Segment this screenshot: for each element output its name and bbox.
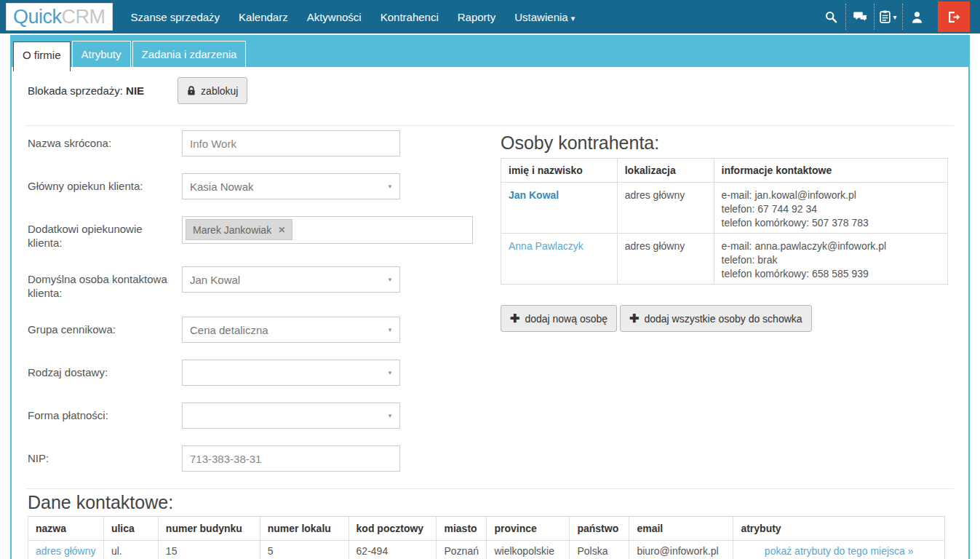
address-province: wielkopolskie (487, 541, 570, 559)
lock-icon (187, 85, 196, 96)
app-logo[interactable]: QuickCRM (6, 3, 113, 31)
domyslna-osoba-select[interactable]: Jan Kowal ▼ (182, 266, 400, 293)
persons-section: Osoby kontrahenta: imię i nazwisko lokal… (490, 126, 968, 472)
address-country: Polska (570, 541, 629, 559)
tab-content-panel: Blokada sprzedaży: NIE zablokuj Nazwa sk… (10, 67, 970, 559)
field-label: Główny opiekun klienta: (28, 173, 182, 199)
menu-item-szanse-sprzedazy[interactable]: Szanse sprzedaży (121, 1, 230, 33)
field-label: Forma płatności: (28, 403, 182, 429)
menu-item-aktywnosci[interactable]: Aktywności (298, 1, 371, 33)
form-row-nip: NIP: (28, 445, 490, 472)
chevron-down-icon: ▼ (387, 370, 393, 376)
lock-button-label: zablokuj (201, 85, 238, 97)
tab-o-firmie[interactable]: O firmie (13, 41, 71, 71)
clipboard-icon[interactable]: ▾ (874, 4, 902, 30)
table-row: adres główny ul. Nowa 15 5 62-494 Poznań… (28, 541, 945, 559)
menu-label: Aktywności (307, 11, 362, 23)
menu-label: Kalendarz (239, 11, 288, 23)
comments-icon[interactable] (845, 4, 874, 30)
table-header-row: imię i nazwisko lokalizacja informacje k… (501, 159, 948, 183)
search-icon[interactable] (817, 4, 845, 30)
column-header: państwo (570, 517, 629, 541)
persons-actions: ✚ dodaj nową osobę ✚ dodaj wszystkie oso… (501, 305, 968, 332)
column-header: imię i nazwisko (501, 159, 618, 183)
main-columns: Nazwa skrócona: Główny opiekun klienta: … (12, 126, 968, 472)
glowny-opiekun-select[interactable]: Kasia Nowak ▼ (182, 173, 400, 199)
logo-text-quick: Quick (13, 6, 62, 28)
tab-bar: O firmie Atrybuty Zadania i zdarzenia (10, 35, 970, 67)
persons-heading: Osoby kontrahenta: (501, 133, 968, 152)
address-name-link[interactable]: adres główny (36, 545, 96, 557)
tag-label: Marek Jankowiak (193, 224, 271, 236)
chevron-down-icon: ▼ (387, 413, 393, 419)
address-street: ul. Nowa (103, 541, 158, 559)
form-row-forma-platnosci: Forma płatności: ▼ (28, 403, 490, 429)
field-label: Dodatkowi opiekunowie klienta: (28, 216, 182, 250)
person-contact-info: e-mail: anna.pawlaczyk@infowork.pl telef… (714, 234, 948, 285)
column-header: numer budynku (158, 517, 260, 541)
column-header: ulica (103, 517, 158, 541)
column-header: informacje kontaktowe (714, 159, 948, 183)
field-label: Grupa cennikowa: (28, 317, 182, 343)
menu-label: Ustawienia (514, 11, 567, 23)
menu-item-raporty[interactable]: Raporty (448, 1, 506, 33)
contact-line: telefon: 67 744 92 34 (722, 202, 941, 216)
tab-label: O firmie (23, 49, 61, 61)
nazwa-skrocona-input[interactable] (182, 130, 400, 156)
person-name-link[interactable]: Anna Pawlaczyk (509, 240, 583, 252)
button-label: dodaj wszystkie osoby do schowka (644, 313, 802, 325)
top-navbar: QuickCRM Szanse sprzedaży Kalendarz Akty… (0, 0, 980, 33)
contact-line: telefon komórkowy: 658 585 939 (722, 267, 941, 281)
form-row-grupa-cennikowa: Grupa cennikowa: Cena detaliczna ▼ (28, 317, 490, 343)
column-header: kod pocztowy (348, 517, 437, 541)
menu-item-kalendarz[interactable]: Kalendarz (229, 1, 298, 33)
forma-platnosci-select[interactable]: ▼ (182, 403, 400, 429)
user-icon[interactable] (902, 4, 931, 30)
sales-lock-value: NIE (126, 84, 144, 97)
column-header: numer lokalu (260, 517, 348, 541)
contact-line: telefon komórkowy: 507 378 783 (722, 216, 941, 230)
tab-zadania-i-zdarzenia[interactable]: Zadania i zdarzenia (132, 41, 247, 67)
grupa-cennikowa-select[interactable]: Cena detaliczna ▼ (182, 317, 400, 343)
column-header: province (487, 517, 570, 541)
main-menu: Szanse sprzedaży Kalendarz Aktywności Ko… (121, 1, 585, 33)
column-header: lokalizacja (617, 159, 714, 183)
person-name-link[interactable]: Jan Kowal (509, 189, 559, 201)
remove-tag-icon[interactable]: ✕ (278, 225, 285, 235)
person-location: adres główny (617, 183, 714, 234)
add-all-persons-to-clipboard-button[interactable]: ✚ dodaj wszystkie osoby do schowka (620, 305, 812, 332)
chevron-down-icon: ▼ (387, 327, 393, 333)
table-row: Jan Kowal adres główny e-mail: jan.kowal… (501, 183, 948, 234)
form-row-rodzaj-dostawy: Rodzaj dostawy: ▼ (28, 360, 490, 386)
person-location: adres główny (617, 234, 714, 285)
menu-item-kontrahenci[interactable]: Kontrahenci (371, 1, 448, 33)
rodzaj-dostawy-select[interactable]: ▼ (182, 360, 400, 386)
column-header: atrybuty (733, 517, 945, 541)
show-attributes-link[interactable]: pokaż atrybuty do tego miejsca » (765, 545, 914, 557)
sales-lock-label: Blokada sprzedaży: (28, 84, 123, 97)
lock-button[interactable]: zablokuj (178, 77, 247, 104)
person-contact-info: e-mail: jan.kowal@infowork.pl telefon: 6… (714, 183, 948, 234)
section-divider (26, 488, 954, 489)
logout-icon (947, 11, 961, 23)
chevron-down-icon: ▼ (387, 183, 393, 190)
button-label: dodaj nową osobę (525, 313, 607, 325)
select-value: Jan Kowal (190, 274, 240, 286)
dodatkowi-opiekunowie-input[interactable]: Marek Jankowiak ✕ (182, 216, 473, 244)
persons-table: imię i nazwisko lokalizacja informacje k… (501, 158, 948, 285)
address-postal-code: 62-494 (348, 541, 437, 559)
column-header: nazwa (28, 517, 104, 541)
field-label: Rodzaj dostawy: (28, 360, 182, 386)
tab-atrybuty[interactable]: Atrybuty (72, 41, 131, 67)
menu-label: Kontrahenci (381, 11, 439, 23)
tag-chip: Marek Jankowiak ✕ (186, 219, 292, 240)
logout-button[interactable] (938, 1, 970, 32)
add-person-button[interactable]: ✚ dodaj nową osobę (501, 305, 617, 332)
nip-input[interactable] (182, 445, 400, 472)
column-header: email (629, 517, 733, 541)
field-label: NIP: (28, 445, 182, 472)
menu-item-ustawienia[interactable]: Ustawienia▾ (505, 1, 584, 33)
form-row-glowny-opiekun: Główny opiekun klienta: Kasia Nowak ▼ (28, 173, 490, 199)
tab-label: Zadania i zdarzenia (142, 48, 237, 60)
field-label: Domyślna osoba kontaktowa klienta: (28, 266, 182, 300)
